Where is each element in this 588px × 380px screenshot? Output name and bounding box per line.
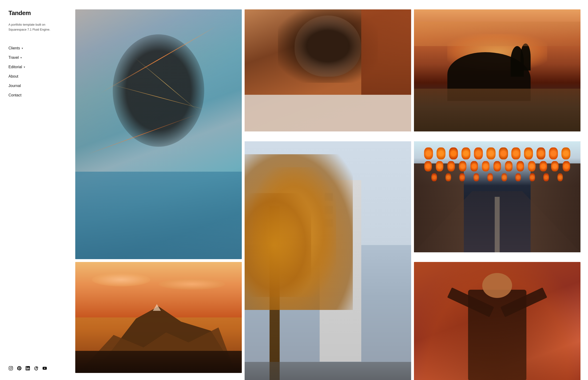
nav-label-editorial: Editorial: [8, 65, 22, 69]
nav-item-clients[interactable]: Clients ▼: [8, 43, 62, 53]
youtube-icon[interactable]: [42, 366, 47, 371]
nav-item-journal[interactable]: Journal: [8, 81, 62, 91]
site-tagline: A portfolio template built onSquarespace…: [8, 22, 62, 32]
photo-item[interactable]: [414, 141, 580, 259]
photo-item[interactable]: [414, 9, 580, 138]
nav-label-clients: Clients: [8, 46, 20, 50]
photo-grid: [75, 9, 580, 380]
nav-item-editorial[interactable]: Editorial ▼: [8, 62, 62, 72]
photo-item[interactable]: [75, 262, 242, 380]
social-icons: [8, 366, 62, 371]
chevron-down-icon: ▼: [20, 57, 22, 59]
nav-item-about[interactable]: About: [8, 72, 62, 81]
pinterest-icon[interactable]: [17, 366, 22, 371]
nav-label-about: About: [8, 74, 18, 78]
nav-label-contact: Contact: [8, 93, 21, 97]
navigation: Clients ▼ Travel ▼ Editorial ▼ About Jou…: [8, 43, 62, 100]
threads-icon[interactable]: [34, 366, 38, 371]
chevron-down-icon: ▼: [23, 66, 26, 68]
instagram-icon[interactable]: [8, 366, 13, 371]
linkedin-icon[interactable]: [25, 366, 30, 371]
site-title: Tandem: [8, 9, 62, 17]
main-content: [71, 0, 588, 380]
nav-item-travel[interactable]: Travel ▼: [8, 53, 62, 62]
chevron-down-icon: ▼: [21, 47, 23, 50]
nav-label-travel: Travel: [8, 56, 19, 60]
photo-item[interactable]: [245, 9, 411, 138]
photo-item[interactable]: [75, 9, 242, 259]
photo-item[interactable]: [245, 141, 411, 380]
nav-item-contact[interactable]: Contact: [8, 91, 62, 100]
nav-label-journal: Journal: [8, 84, 21, 88]
photo-item[interactable]: [414, 262, 580, 380]
sidebar: Tandem A portfolio template built onSqua…: [0, 0, 71, 380]
